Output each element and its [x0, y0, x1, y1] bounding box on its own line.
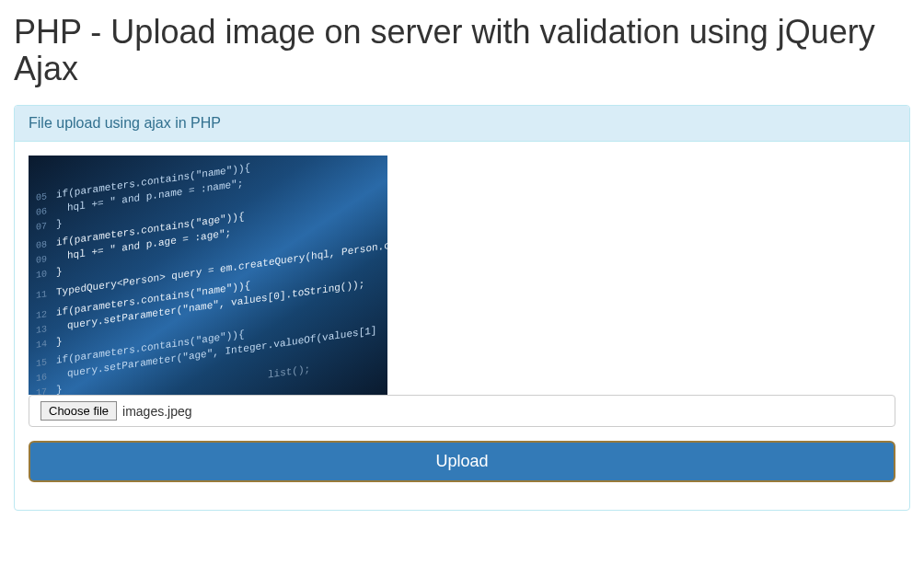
preview-image: 05 if(parameters.contains("name")){ 06 h… — [29, 156, 387, 395]
svg-text:}: } — [56, 266, 63, 278]
panel-body: 05 if(parameters.contains("name")){ 06 h… — [15, 142, 909, 510]
svg-text:12: 12 — [36, 309, 47, 321]
svg-text:06: 06 — [36, 206, 47, 218]
svg-text:05: 05 — [36, 191, 47, 203]
svg-text:16: 16 — [36, 372, 47, 384]
upload-button[interactable]: Upload — [29, 441, 895, 482]
svg-text:08: 08 — [36, 239, 47, 251]
svg-text:}: } — [56, 218, 63, 230]
svg-text:15: 15 — [36, 357, 47, 369]
svg-text:13: 13 — [36, 324, 47, 336]
svg-text:09: 09 — [36, 254, 47, 266]
svg-text:10: 10 — [36, 269, 47, 281]
svg-text:11: 11 — [36, 289, 47, 301]
svg-text:14: 14 — [36, 339, 47, 351]
file-input[interactable]: Choose file images.jpeg — [29, 395, 895, 427]
svg-text:}: } — [56, 336, 63, 348]
page-title: PHP - Upload image on server with valida… — [14, 14, 910, 86]
choose-file-button[interactable]: Choose file — [40, 401, 117, 421]
selected-file-name: images.jpeg — [122, 404, 192, 419]
svg-text:07: 07 — [36, 221, 47, 233]
svg-text:17: 17 — [36, 386, 47, 395]
svg-text:}: } — [56, 384, 63, 395]
panel-heading: File upload using ajax in PHP — [15, 106, 909, 142]
upload-panel: File upload using ajax in PHP 05 if(p — [14, 105, 910, 511]
